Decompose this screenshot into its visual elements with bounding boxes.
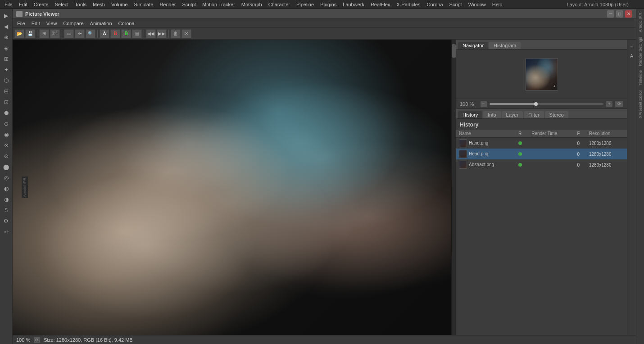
toolbar-icon-11[interactable]: ⊙ bbox=[1, 119, 11, 129]
menu-select[interactable]: Select bbox=[52, 1, 72, 8]
toolbar-icon-19[interactable]: $ bbox=[1, 205, 11, 215]
menu-mograph[interactable]: MoGraph bbox=[239, 1, 265, 8]
pv-tool-sep1 bbox=[37, 30, 37, 38]
toolbar-icon-12[interactable]: ◉ bbox=[1, 130, 11, 140]
pv-tool-select[interactable]: ▭ bbox=[64, 29, 74, 38]
right-label-render-settings[interactable]: Render Settings bbox=[637, 35, 644, 68]
pv-menu-view[interactable]: View bbox=[44, 20, 60, 27]
right-label-xpresso[interactable]: XPresset Editor bbox=[637, 88, 644, 120]
toolbar-icon-16[interactable]: ◎ bbox=[1, 173, 11, 183]
zoom-reset-button[interactable]: ⟳ bbox=[615, 101, 623, 107]
menu-window[interactable]: Window bbox=[466, 1, 489, 8]
menu-volume[interactable]: Volume bbox=[109, 1, 131, 8]
pv-menu-animation[interactable]: Animation bbox=[87, 20, 115, 27]
history-name-2: Abstract.png bbox=[469, 162, 494, 167]
history-thumbnail-1 bbox=[459, 150, 467, 158]
history-row-2[interactable]: Abstract.png01280x1280 bbox=[456, 159, 627, 170]
tab-navigator[interactable]: Navigator bbox=[458, 42, 488, 49]
toolbar-icon-21[interactable]: ↩ bbox=[1, 227, 11, 237]
pv-tool-prev-frame[interactable]: ◀◀ bbox=[146, 29, 156, 38]
right-label-arnold[interactable]: Arnold IPR bbox=[637, 11, 644, 34]
pv-tool-channel[interactable]: ▤ bbox=[132, 29, 142, 38]
tab-layer[interactable]: Layer bbox=[502, 111, 523, 118]
toolbar-icon-2[interactable]: ◀ bbox=[1, 22, 11, 32]
pv-tool-move[interactable]: ✛ bbox=[75, 29, 85, 38]
navigator-thumbnail[interactable]: + bbox=[526, 58, 558, 91]
toolbar-icon-13[interactable]: ⊗ bbox=[1, 140, 11, 150]
menu-character[interactable]: Character bbox=[266, 1, 293, 8]
vertical-scrollbar[interactable] bbox=[451, 40, 456, 335]
menu-tools[interactable]: Tools bbox=[72, 1, 89, 8]
zoom-slider[interactable] bbox=[490, 103, 603, 105]
col-name: Name bbox=[456, 130, 516, 138]
pv-tool-B-red[interactable]: B bbox=[110, 29, 120, 38]
scroll-thumb[interactable] bbox=[452, 44, 456, 58]
pv-maximize-button[interactable]: □ bbox=[616, 10, 623, 18]
history-row-0[interactable]: Hand.png01280x1280 bbox=[456, 138, 627, 149]
menu-sculpt[interactable]: Sculpt bbox=[179, 1, 199, 8]
tab-histogram[interactable]: Histogram bbox=[489, 42, 521, 49]
pv-tool-clear[interactable]: ✕ bbox=[181, 29, 191, 38]
toolbar-icon-14[interactable]: ⊘ bbox=[1, 151, 11, 161]
history-row-1[interactable]: Head.png01280x1280 bbox=[456, 149, 627, 159]
toolbar-icon-8[interactable]: ⊟ bbox=[1, 86, 11, 96]
pv-tool-delete[interactable]: 🗑 bbox=[171, 29, 181, 38]
toolbar-icon-18[interactable]: ◑ bbox=[1, 195, 11, 204]
toolbar-icon-6[interactable]: ✦ bbox=[1, 65, 11, 75]
zoom-slider-thumb[interactable] bbox=[534, 102, 538, 106]
menu-motiontracker[interactable]: Motion Tracker bbox=[200, 1, 238, 8]
tab-info[interactable]: Info bbox=[483, 111, 500, 118]
menu-create[interactable]: Create bbox=[31, 1, 51, 8]
pv-menu-edit[interactable]: Edit bbox=[29, 20, 43, 27]
panel-right-icon2[interactable]: A bbox=[628, 52, 635, 59]
toolbar-icon-3[interactable]: ⊕ bbox=[1, 32, 11, 42]
menu-file[interactable]: File bbox=[2, 1, 15, 8]
zoom-in-button[interactable]: + bbox=[606, 101, 612, 107]
left-toolbar: ▶ ◀ ⊕ ◈ ⊞ ✦ ⬡ ⊟ ⊡ ⬢ ⊙ ◉ ⊗ ⊘ ⬤ ◎ ◐ ◑ $ ⚙ … bbox=[0, 9, 13, 344]
menu-xparticles[interactable]: X-Particles bbox=[394, 1, 423, 8]
menu-corona[interactable]: Corona bbox=[424, 1, 445, 8]
toolbar-icon-7[interactable]: ⬡ bbox=[1, 76, 11, 86]
toolbar-icon-20[interactable]: ⚙ bbox=[1, 216, 11, 226]
toolbar-icon-5[interactable]: ⊞ bbox=[1, 54, 11, 64]
menu-laubwerk[interactable]: Laubwerk bbox=[340, 1, 367, 8]
pv-tool-open[interactable]: 📂 bbox=[14, 29, 24, 38]
pv-tool-save[interactable]: 💾 bbox=[25, 29, 35, 38]
menu-render[interactable]: Render bbox=[157, 1, 178, 8]
toolbar-icon-10[interactable]: ⬢ bbox=[1, 108, 11, 118]
menu-pipeline[interactable]: Pipeline bbox=[294, 1, 317, 8]
toolbar-icon-4[interactable]: ◈ bbox=[1, 43, 11, 53]
menu-script[interactable]: Script bbox=[447, 1, 465, 8]
statusbar-icon[interactable]: ⊙ bbox=[34, 337, 40, 343]
menu-mesh[interactable]: Mesh bbox=[90, 1, 108, 8]
right-label-timeline[interactable]: Timeline bbox=[637, 68, 644, 87]
pv-tool-B-green[interactable]: B bbox=[121, 29, 131, 38]
pv-menu-compare[interactable]: Compare bbox=[60, 20, 86, 27]
pv-tool-A[interactable]: A bbox=[100, 29, 109, 38]
menu-plugins[interactable]: Plugins bbox=[317, 1, 339, 8]
menu-edit[interactable]: Edit bbox=[16, 1, 30, 8]
side-panel: Navigator Histogram + 100 % bbox=[456, 40, 627, 335]
menu-help[interactable]: Help bbox=[490, 1, 505, 8]
toolbar-icon-9[interactable]: ⊡ bbox=[1, 97, 11, 107]
side-panel-right: ≡ A bbox=[627, 40, 636, 335]
pv-tool-zoom-1[interactable]: 1:1 bbox=[50, 29, 60, 38]
pv-tool-zoom-fit[interactable]: ⊞ bbox=[39, 29, 49, 38]
menu-realflex[interactable]: RealFlex bbox=[368, 1, 393, 8]
pv-menu-corona[interactable]: Corona bbox=[116, 20, 137, 27]
toolbar-icon-1[interactable]: ▶ bbox=[1, 11, 11, 21]
menu-simulate[interactable]: Simulate bbox=[132, 1, 156, 8]
pv-menu-file[interactable]: File bbox=[14, 20, 28, 27]
toolbar-icon-17[interactable]: ◐ bbox=[1, 184, 11, 194]
pv-tool-zoom[interactable]: 🔍 bbox=[86, 29, 95, 38]
toolbar-icon-15[interactable]: ⬤ bbox=[1, 162, 11, 172]
pv-minimize-button[interactable]: ─ bbox=[607, 10, 614, 18]
tab-stereo[interactable]: Stereo bbox=[545, 111, 568, 118]
panel-right-icon1[interactable]: ≡ bbox=[628, 43, 635, 50]
tab-history[interactable]: History bbox=[458, 111, 482, 118]
tab-filter[interactable]: Filter bbox=[524, 111, 544, 118]
image-viewport[interactable]: Arnold IPR bbox=[13, 40, 456, 335]
zoom-out-button[interactable]: − bbox=[481, 101, 487, 107]
pv-tool-next-frame[interactable]: ▶▶ bbox=[157, 29, 167, 38]
pv-close-button[interactable]: ✕ bbox=[625, 10, 632, 18]
